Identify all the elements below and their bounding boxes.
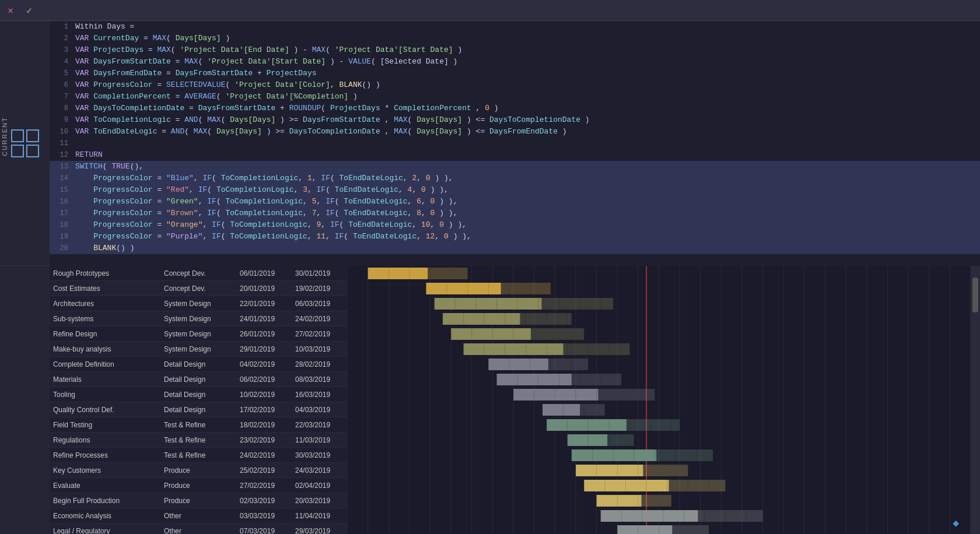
- gantt-cell-start: 25/02/2019: [236, 466, 292, 475]
- gantt-cell-end: 06/03/2019: [292, 300, 347, 308]
- gantt-cell-phase: System Design: [160, 315, 236, 323]
- gantt-cell-end: 16/03/2019: [292, 391, 347, 399]
- scroll-thumb[interactable]: [972, 277, 978, 312]
- gantt-cell-end: 24/03/2019: [292, 466, 347, 475]
- gantt-cell-phase: Test & Refine: [160, 451, 236, 459]
- gantt-canvas: [347, 266, 971, 534]
- gantt-cell-start: 06/01/2019: [236, 269, 292, 277]
- gantt-cell-start: 03/03/2019: [236, 512, 292, 520]
- gantt-cell-end: 11/04/2019: [292, 512, 347, 520]
- editor-code-area[interactable]: 1Within Days =2VAR CurrentDay = MAX( Day…: [50, 21, 980, 266]
- close-icon[interactable]: ✕: [5, 5, 16, 16]
- gantt-cell-phase: System Design: [160, 345, 236, 353]
- gantt-table-row: Cost EstimatesConcept Dev.20/01/201919/0…: [50, 281, 347, 296]
- gantt-cell-start: 26/01/2019: [236, 330, 292, 338]
- gantt-cell-phase: Other: [160, 512, 236, 520]
- gantt-cell-name: Economic Analysis: [50, 512, 160, 520]
- gantt-cell-end: 29/03/2019: [292, 527, 347, 535]
- gantt-cell-phase: Detail Design: [160, 375, 236, 384]
- gantt-cell-name: Complete Definition: [50, 360, 160, 368]
- gantt-cell-start: 17/02/2019: [236, 406, 292, 414]
- gantt-table-row: Sub-systemsSystem Design24/01/201924/02/…: [50, 311, 347, 326]
- gantt-cell-name: Quality Control Def.: [50, 406, 160, 414]
- gantt-cell-name: Materials: [50, 375, 160, 384]
- gantt-cell-start: 20/01/2019: [236, 284, 292, 293]
- gantt-cell-end: 24/02/2019: [292, 315, 347, 323]
- gantt-cell-end: 11/03/2019: [292, 436, 347, 444]
- gantt-cell-name: Legal / Regulatory: [50, 527, 160, 535]
- svg-rect-3: [27, 145, 38, 157]
- gantt-cell-phase: Detail Design: [160, 360, 236, 368]
- gantt-cell-phase: Produce: [160, 482, 236, 490]
- gantt-table-row: Legal / RegulatoryOther07/03/201929/03/2…: [50, 524, 347, 534]
- gantt-cell-name: Architectures: [50, 300, 160, 308]
- check-icon[interactable]: ✓: [23, 5, 35, 16]
- gantt-cell-end: 27/02/2019: [292, 330, 347, 338]
- gantt-cell-end: 30/03/2019: [292, 451, 347, 459]
- gantt-cell-name: Make-buy analysis: [50, 345, 160, 353]
- gantt-cell-phase: System Design: [160, 300, 236, 308]
- gantt-table: Rough PrototypesConcept Dev.06/01/201930…: [50, 266, 347, 534]
- svg-rect-1: [27, 130, 38, 142]
- gantt-cell-end: 22/03/2019: [292, 421, 347, 429]
- gantt-table-row: Key CustomersProduce25/02/201924/03/2019: [50, 463, 347, 478]
- gantt-cell-start: 24/02/2019: [236, 451, 292, 459]
- gantt-cell-phase: Produce: [160, 466, 236, 475]
- gantt-cell-phase: System Design: [160, 330, 236, 338]
- gantt-cell-start: 18/02/2019: [236, 421, 292, 429]
- gantt-cell-start: 04/02/2019: [236, 360, 292, 368]
- nav-diamond-icon[interactable]: ◆: [953, 517, 959, 529]
- gantt-cell-phase: Test & Refine: [160, 436, 236, 444]
- gantt-cell-start: 22/01/2019: [236, 300, 292, 308]
- gantt-cell-start: 27/02/2019: [236, 482, 292, 490]
- gantt-cell-name: Begin Full Production: [50, 497, 160, 505]
- gantt-cell-end: 28/02/2019: [292, 360, 347, 368]
- gantt-cell-phase: Other: [160, 527, 236, 535]
- gantt-cell-name: Sub-systems: [50, 315, 160, 323]
- gantt-cell-name: Cost Estimates: [50, 284, 160, 293]
- toolbar: ✕ ✓: [0, 0, 980, 21]
- grid-icon: [10, 129, 40, 158]
- scrollbar[interactable]: [971, 266, 980, 534]
- gantt-cell-name: Refine Design: [50, 330, 160, 338]
- gantt-cell-name: Key Customers: [50, 466, 160, 475]
- gantt-cell-phase: Concept Dev.: [160, 284, 236, 293]
- code-editor: 1Within Days =2VAR CurrentDay = MAX( Day…: [50, 21, 980, 534]
- gantt-chart: ◆: [347, 266, 971, 534]
- project-sidebar: CURRENT: [0, 21, 50, 534]
- gantt-cell-name: Rough Prototypes: [50, 269, 160, 277]
- project-icon-area: [0, 21, 50, 266]
- gantt-cell-start: 23/02/2019: [236, 436, 292, 444]
- gantt-table-row: ToolingDetail Design10/02/201916/03/2019: [50, 387, 347, 402]
- gantt-cell-end: 04/03/2019: [292, 406, 347, 414]
- gantt-cell-end: 19/02/2019: [292, 284, 347, 293]
- gantt-table-row: Economic AnalysisOther03/03/201911/04/20…: [50, 508, 347, 524]
- gantt-cell-end: 02/04/2019: [292, 482, 347, 490]
- gantt-cell-start: 24/01/2019: [236, 315, 292, 323]
- gantt-cell-start: 06/02/2019: [236, 375, 292, 384]
- gantt-cell-name: Tooling: [50, 391, 160, 399]
- svg-rect-0: [12, 130, 23, 142]
- gantt-cell-name: Evaluate: [50, 482, 160, 490]
- gantt-cell-end: 30/01/2019: [292, 269, 347, 277]
- gantt-cell-phase: Concept Dev.: [160, 269, 236, 277]
- gantt-cell-name: Regulations: [50, 436, 160, 444]
- gantt-cell-name: Field Testing: [50, 421, 160, 429]
- gantt-table-row: Refine ProcessesTest & Refine24/02/20193…: [50, 448, 347, 463]
- gantt-cell-phase: Detail Design: [160, 406, 236, 414]
- gantt-table-row: Begin Full ProductionProduce02/03/201920…: [50, 493, 347, 508]
- gantt-table-row: Make-buy analysisSystem Design29/01/2019…: [50, 342, 347, 357]
- gantt-area: Rough PrototypesConcept Dev.06/01/201930…: [50, 266, 980, 534]
- gantt-cell-phase: Test & Refine: [160, 421, 236, 429]
- svg-rect-2: [12, 145, 23, 157]
- gantt-table-row: RegulationsTest & Refine23/02/201911/03/…: [50, 433, 347, 448]
- gantt-cell-start: 07/03/2019: [236, 527, 292, 535]
- gantt-cell-end: 08/03/2019: [292, 375, 347, 384]
- gantt-table-row: Quality Control Def.Detail Design17/02/2…: [50, 402, 347, 417]
- gantt-cell-phase: Detail Design: [160, 391, 236, 399]
- gantt-cell-phase: Produce: [160, 497, 236, 505]
- gantt-cell-end: 10/03/2019: [292, 345, 347, 353]
- gantt-cell-name: Refine Processes: [50, 451, 160, 459]
- gantt-table-row: ArchitecturesSystem Design22/01/201906/0…: [50, 296, 347, 311]
- gantt-cell-end: 20/03/2019: [292, 497, 347, 505]
